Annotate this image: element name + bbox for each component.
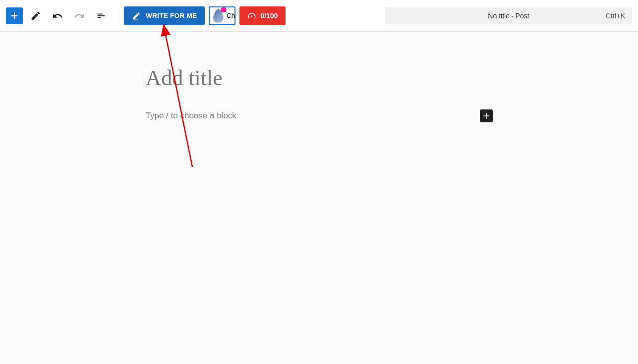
write-for-me-button[interactable]: WRITE FOR ME	[124, 6, 205, 25]
pencil-icon	[30, 10, 41, 21]
command-shortcut: Ctrl+K	[606, 12, 625, 20]
list-icon	[96, 10, 107, 21]
document-outline-button[interactable]	[92, 7, 110, 25]
add-block-toolbar-button[interactable]	[6, 7, 23, 24]
assistant-avatar-icon	[211, 8, 226, 23]
pen-underline-icon	[132, 11, 141, 20]
undo-icon	[52, 10, 63, 21]
plus-icon	[9, 10, 20, 21]
add-block-inline-button[interactable]	[480, 109, 493, 122]
score-label: 0/100	[260, 12, 278, 20]
post-title-wrap	[146, 63, 493, 93]
svg-rect-0	[133, 19, 138, 20]
editor-canvas: Type / to choose a block	[0, 32, 638, 364]
write-for-me-label: WRITE FOR ME	[146, 12, 197, 19]
block-placeholder-text[interactable]: Type / to choose a block	[146, 111, 236, 121]
edit-mode-button[interactable]	[27, 7, 45, 25]
redo-button[interactable]	[70, 7, 88, 25]
editor-content: Type / to choose a block	[146, 63, 493, 122]
score-button[interactable]: 0/100	[239, 6, 286, 25]
block-row: Type / to choose a block	[146, 109, 493, 122]
plus-icon	[481, 111, 491, 121]
gauge-icon	[247, 11, 256, 20]
editor-toolbar: WRITE FOR ME Ch 0/100 No title · Post Ct…	[0, 0, 638, 32]
chat-bubble-icon	[221, 7, 227, 12]
post-title-input[interactable]	[146, 63, 493, 93]
chat-label: Ch	[227, 12, 235, 19]
text-caret	[146, 66, 146, 90]
redo-icon	[74, 10, 85, 21]
document-title-text: No title · Post	[488, 12, 529, 20]
chat-assistant-button[interactable]: Ch	[209, 6, 235, 25]
document-title-bar[interactable]: No title · Post Ctrl+K	[385, 7, 632, 25]
undo-button[interactable]	[49, 7, 66, 25]
